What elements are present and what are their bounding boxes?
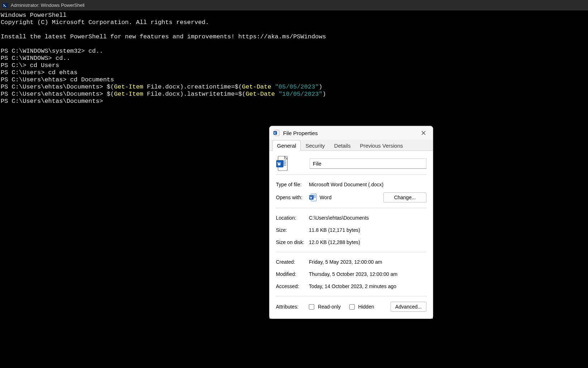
terminal-line: PS C:\Users\ehtas> cd Documents	[1, 76, 587, 83]
powershell-icon	[2, 3, 8, 8]
terminal-line	[1, 26, 587, 33]
created-label: Created:	[276, 259, 309, 265]
terminal-line: PS C:\Users\ehtas\Documents> $(Get-Item …	[1, 83, 587, 91]
terminal-output[interactable]: Windows PowerShellCopyright (C) Microsof…	[0, 10, 588, 106]
hidden-checkbox[interactable]	[349, 304, 355, 310]
filename-input[interactable]	[310, 158, 426, 169]
attributes-label: Attributes:	[276, 304, 309, 310]
terminal-line: Install the latest PowerShell for new fe…	[1, 33, 587, 40]
readonly-checkbox-group[interactable]: Read-only	[309, 304, 341, 310]
hidden-label: Hidden	[358, 304, 374, 310]
type-of-file-label: Type of file:	[276, 182, 309, 187]
location-label: Location:	[276, 215, 309, 221]
accessed-value: Today, 14 October 2023, 2 minutes ago	[309, 283, 426, 289]
hidden-checkbox-group[interactable]: Hidden	[349, 304, 374, 310]
tab-security[interactable]: Security	[301, 140, 329, 151]
location-value: C:\Users\ehtas\Documents	[309, 215, 426, 221]
dialog-titlebar[interactable]: File Properties	[269, 126, 433, 140]
size-on-disk-value: 12.0 KB (12,288 bytes)	[309, 239, 426, 245]
created-value: Friday, 5 May 2023, 12:00:00 am	[309, 259, 426, 265]
close-button[interactable]	[418, 128, 429, 138]
terminal-line	[1, 40, 587, 48]
advanced-button[interactable]: Advanced...	[391, 302, 426, 312]
terminal-line: PS C:\WINDOWS\system32> cd..	[1, 48, 587, 55]
terminal-line: PS C:\Users> cd ehtas	[1, 69, 587, 76]
change-button[interactable]: Change...	[383, 192, 426, 202]
powershell-titlebar: Administrator: Windows PowerShell	[0, 0, 588, 10]
tab-strip: GeneralSecurityDetailsPrevious Versions	[269, 140, 433, 151]
file-type-icon	[276, 156, 289, 171]
size-label: Size:	[276, 227, 309, 233]
type-of-file-value: Microsoft Word Document (.docx)	[309, 182, 426, 187]
size-value: 11.8 KB (12,171 bytes)	[309, 227, 426, 233]
dialog-title-text: File Properties	[283, 130, 418, 136]
accessed-label: Accessed:	[276, 283, 309, 289]
modified-value: Thursday, 5 October 2023, 12:00:00 am	[309, 271, 426, 277]
readonly-checkbox[interactable]	[309, 304, 314, 310]
modified-label: Modified:	[276, 271, 309, 277]
size-on-disk-label: Size on disk:	[276, 239, 309, 245]
opens-with-app-name: Word	[320, 195, 331, 200]
terminal-line: Windows PowerShell	[1, 12, 587, 19]
tab-details[interactable]: Details	[330, 140, 355, 151]
window-title: Administrator: Windows PowerShell	[11, 3, 85, 8]
terminal-line: PS C:\WINDOWS> cd..	[1, 55, 587, 62]
tab-general[interactable]: General	[272, 140, 301, 151]
terminal-line: PS C:\Users\ehtas\Documents>	[1, 98, 587, 105]
terminal-line: PS C:\> cd Users	[1, 62, 587, 69]
word-app-icon	[309, 193, 317, 201]
terminal-line: PS C:\Users\ehtas\Documents> $(Get-Item …	[1, 91, 587, 98]
word-doc-icon	[273, 130, 279, 136]
file-properties-dialog: File Properties GeneralSecurityDetailsPr…	[269, 126, 433, 319]
tab-previous-versions[interactable]: Previous Versions	[355, 140, 407, 151]
terminal-line: Copyright (C) Microsoft Corporation. All…	[1, 19, 587, 26]
opens-with-label: Opens with:	[276, 195, 309, 200]
readonly-label: Read-only	[318, 304, 341, 310]
general-tab-panel: Type of file: Microsoft Word Document (.…	[269, 151, 433, 319]
